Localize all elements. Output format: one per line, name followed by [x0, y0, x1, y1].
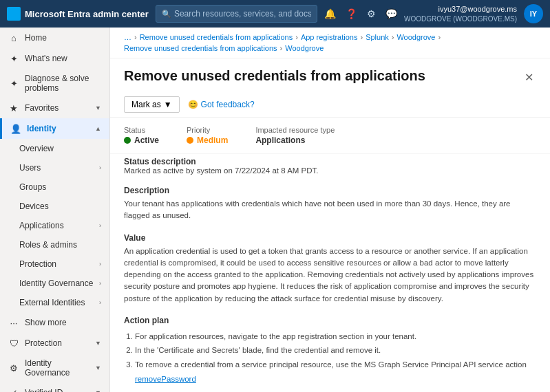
sidebar-label-devices: Devices: [19, 202, 49, 211]
chevron-down-icon4: ▼: [95, 389, 101, 392]
sidebar-item-protection[interactable]: Protection ›: [0, 254, 109, 274]
sidebar-item-diagnose[interactable]: ✦ Diagnose & solve problems: [0, 69, 109, 98]
status-label: Status: [124, 126, 159, 134]
breadcrumb-sep2: ›: [295, 33, 298, 41]
top-bar: Microsoft Entra admin center 🔍 🔔 ❓ ⚙ 💬 i…: [0, 0, 550, 28]
breadcrumb-sep6: ›: [280, 44, 283, 52]
app-logo: Microsoft Entra admin center: [7, 7, 149, 21]
mark-as-label: Mark as: [131, 100, 161, 109]
page-toolbar: Mark as ▼ 😊 Got feedback?: [110, 92, 550, 118]
sidebar-item-verified-id[interactable]: ✓ Verified ID ▼: [0, 382, 109, 392]
sidebar-label-home: Home: [25, 33, 47, 43]
sidebar-item-groups[interactable]: Groups: [0, 177, 109, 197]
status-desc-text: Marked as active by system on 7/22/2024 …: [124, 166, 536, 175]
help-icon[interactable]: ❓: [346, 8, 357, 19]
search-input[interactable]: [174, 9, 311, 19]
sidebar: ⌂ Home ✦ What's new ✦ Diagnose & solve p…: [0, 28, 110, 392]
breadcrumb-item-3[interactable]: Splunk: [366, 33, 389, 41]
sidebar-item-identity-gov[interactable]: Identity Governance ›: [0, 274, 109, 293]
sidebar-label-applications: Applications: [19, 221, 64, 230]
breadcrumb-item-4[interactable]: Woodgrove: [396, 33, 435, 41]
breadcrumb-sep5: ›: [438, 33, 441, 41]
chat-icon[interactable]: 💬: [385, 8, 397, 19]
user-email: ivyu37@woodgrove.ms: [404, 4, 517, 14]
sidebar-item-showmore[interactable]: ··· Show more: [0, 312, 109, 333]
sidebar-label-diagnose: Diagnose & solve problems: [25, 74, 101, 93]
app-title: Microsoft Entra admin center: [25, 9, 149, 19]
chevron-right-icon2: ›: [99, 222, 101, 229]
status-badge: Active: [124, 135, 159, 145]
resource-type-label: Impacted resource type: [255, 126, 335, 134]
breadcrumb: … › Remove unused credentials from appli…: [110, 28, 550, 58]
action-plan-label: Action plan: [124, 316, 536, 325]
status-row: Status Active Priority Medium Impacted r…: [124, 126, 536, 145]
breadcrumb-item-5[interactable]: Remove unused credentials from applicati…: [124, 44, 277, 52]
sidebar-item-devices[interactable]: Devices: [0, 197, 109, 216]
remove-password-link[interactable]: removePassword: [135, 375, 196, 383]
chevron-right-icon: ›: [99, 164, 101, 171]
chevron-up-icon: ▲: [95, 125, 101, 132]
sidebar-item-favorites[interactable]: ★ Favorites ▼: [0, 98, 109, 118]
mark-as-button[interactable]: Mark as ▼: [124, 96, 180, 113]
verified-icon: ✓: [8, 387, 19, 392]
user-avatar[interactable]: IY: [524, 4, 543, 23]
breadcrumb-item-6[interactable]: Woodgrove: [285, 44, 324, 52]
breadcrumb-item-2[interactable]: App registrations: [301, 33, 358, 41]
notification-icon[interactable]: 🔔: [324, 8, 336, 19]
sidebar-label-protection: Protection: [19, 259, 56, 269]
description-label: Description: [124, 186, 536, 195]
sidebar-item-users[interactable]: Users ›: [0, 158, 109, 177]
resource-type-item: Impacted resource type Applications: [255, 126, 335, 145]
status-dot: [124, 137, 131, 144]
sidebar-item-identity[interactable]: 👤 Identity ▲: [0, 118, 109, 139]
smiley-icon: 😊: [188, 100, 198, 109]
sidebar-label-overview: Overview: [19, 144, 54, 153]
breadcrumb-item-1[interactable]: Remove unused credentials from applicati…: [140, 33, 293, 41]
sidebar-item-overview[interactable]: Overview: [0, 139, 109, 158]
sidebar-label-users: Users: [19, 163, 41, 173]
sidebar-item-roles[interactable]: Roles & admins: [0, 235, 109, 254]
breadcrumb-sep3: ›: [360, 33, 363, 41]
chevron-down-icon2: ▼: [95, 340, 101, 347]
diagnose-icon: ✦: [8, 78, 19, 89]
sidebar-item-protection2[interactable]: 🛡 Protection ▼: [0, 333, 109, 353]
favorites-icon: ★: [8, 102, 19, 113]
sidebar-item-whatsnew[interactable]: ✦ What's new: [0, 48, 109, 69]
priority-value: Medium: [197, 135, 228, 145]
sidebar-label-favorites: Favorites: [25, 103, 59, 113]
sidebar-item-applications[interactable]: Applications ›: [0, 216, 109, 235]
sidebar-item-external[interactable]: External Identities ›: [0, 293, 109, 312]
sidebar-label-roles: Roles & admins: [19, 240, 77, 250]
resource-type-value: Applications: [255, 135, 335, 145]
description-text: Your tenant has applications with creden…: [124, 198, 536, 222]
chevron-down-icon3: ▼: [95, 364, 101, 371]
sidebar-label-identity-gov: Identity Governance: [19, 279, 93, 288]
status-value: Active: [134, 135, 159, 145]
search-icon: 🔍: [162, 10, 171, 19]
chevron-right-icon4: ›: [99, 280, 101, 287]
page-title: Remove unused credentials from applicati…: [124, 68, 425, 84]
close-button[interactable]: ✕: [522, 68, 536, 87]
sidebar-label-protection2: Protection: [25, 338, 62, 348]
sidebar-item-identity-gov2[interactable]: ⚙ Identity Governance ▼: [0, 353, 109, 382]
ms-icon: [7, 7, 21, 21]
feedback-link[interactable]: 😊 Got feedback?: [188, 100, 255, 109]
status-section: Status Active Priority Medium Impacted r…: [110, 118, 550, 154]
sidebar-label-verified-id: Verified ID: [25, 388, 63, 392]
settings-icon[interactable]: ⚙: [367, 8, 376, 19]
global-search[interactable]: 🔍: [156, 5, 317, 23]
action-plan-section: Action plan For application resources, n…: [110, 310, 550, 392]
user-info: ivyu37@woodgrove.ms WOODGROVE (WOODGROVE…: [404, 4, 517, 23]
identity-icon: 👤: [10, 123, 21, 134]
main-layout: ⌂ Home ✦ What's new ✦ Diagnose & solve p…: [0, 28, 550, 392]
sidebar-label-identity-gov2: Identity Governance: [25, 358, 89, 378]
gear-icon: ⚙: [8, 362, 19, 373]
sidebar-label-whatsnew: What's new: [25, 54, 67, 63]
breadcrumb-ellipsis[interactable]: …: [124, 33, 131, 41]
sidebar-item-home[interactable]: ⌂ Home: [0, 28, 109, 48]
breadcrumb-sep1: ›: [134, 33, 137, 41]
description-section: Description Your tenant has applications…: [110, 180, 550, 228]
top-bar-icons: 🔔 ❓ ⚙ 💬: [324, 8, 397, 19]
chevron-right-icon5: ›: [99, 299, 101, 306]
action-item-3: To remove a credential from a service pr…: [135, 358, 536, 386]
